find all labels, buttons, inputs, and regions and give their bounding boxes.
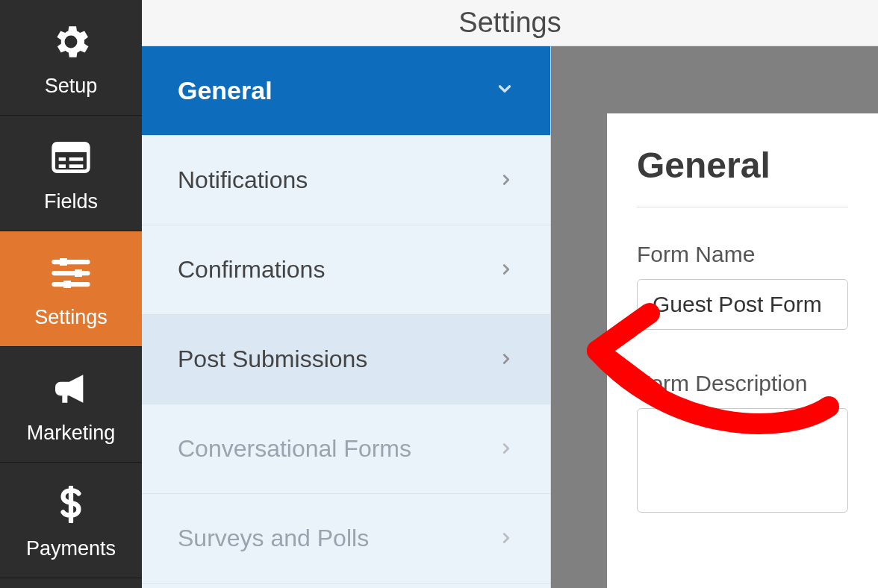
sidebar-label: Settings xyxy=(34,306,108,329)
sidebar-label: Payments xyxy=(26,537,116,560)
form-name-input[interactable] xyxy=(637,279,848,330)
gear-icon xyxy=(47,18,95,66)
settings-row-surveys-and-polls[interactable]: Surveys and Polls xyxy=(142,494,550,584)
form-name-label: Form Name xyxy=(637,242,848,267)
list-icon xyxy=(47,134,95,181)
preview-gutter: General Form Name Form Description xyxy=(551,46,878,588)
chevron-right-icon xyxy=(498,437,514,462)
sidebar-item-marketing[interactable]: Marketing xyxy=(0,347,142,463)
chevron-right-icon xyxy=(498,526,514,551)
sidebar-item-payments[interactable]: Payments xyxy=(0,463,142,578)
divider xyxy=(637,207,848,207)
chevron-right-icon xyxy=(498,168,514,193)
form-description-label: Form Description xyxy=(637,371,848,396)
settings-row-general[interactable]: General xyxy=(142,46,550,136)
main-sidebar: Setup Fields Settings Marketing Payments xyxy=(0,0,142,588)
preview-title: General xyxy=(637,145,848,186)
settings-row-conversational-forms[interactable]: Conversational Forms xyxy=(142,404,550,494)
svg-rect-1 xyxy=(54,143,89,152)
dollar-icon xyxy=(47,481,95,528)
sidebar-label: Fields xyxy=(44,190,98,213)
settings-row-label: Conversational Forms xyxy=(178,435,411,463)
settings-row-label: General xyxy=(178,76,273,105)
sidebar-label: Marketing xyxy=(27,422,116,445)
preview-card: General Form Name Form Description xyxy=(607,113,878,588)
body-row: General Notifications Confirmations xyxy=(142,46,878,588)
settings-row-confirmations[interactable]: Confirmations xyxy=(142,225,550,315)
sidebar-item-fields[interactable]: Fields xyxy=(0,116,142,231)
settings-row-label: Surveys and Polls xyxy=(178,525,369,552)
form-description-input[interactable] xyxy=(637,408,848,513)
settings-row-label: Post Submissions xyxy=(178,345,367,373)
sidebar-item-setup[interactable]: Setup xyxy=(0,0,142,116)
chevron-right-icon xyxy=(498,347,514,372)
svg-rect-9 xyxy=(60,258,67,266)
settings-row-label: Confirmations xyxy=(178,256,325,284)
sidebar-item-settings[interactable]: Settings xyxy=(0,231,142,347)
settings-list[interactable]: General Notifications Confirmations xyxy=(142,46,551,588)
sidebar-label: Setup xyxy=(45,75,98,98)
settings-row-label: Notifications xyxy=(178,166,308,194)
page-title-text: Settings xyxy=(458,7,561,39)
svg-rect-10 xyxy=(75,269,82,277)
chevron-down-icon xyxy=(495,78,514,104)
chevron-right-icon xyxy=(498,257,514,283)
settings-row-notifications[interactable]: Notifications xyxy=(142,136,550,225)
form-description-group: Form Description xyxy=(637,371,848,516)
sliders-icon xyxy=(47,249,95,297)
svg-rect-11 xyxy=(63,281,71,288)
form-name-group: Form Name xyxy=(637,242,848,330)
main-panel: Settings General Notifications Co xyxy=(142,0,878,588)
megaphone-icon xyxy=(47,365,95,413)
page-title: Settings xyxy=(142,0,878,46)
settings-row-post-submissions[interactable]: Post Submissions xyxy=(142,315,550,404)
